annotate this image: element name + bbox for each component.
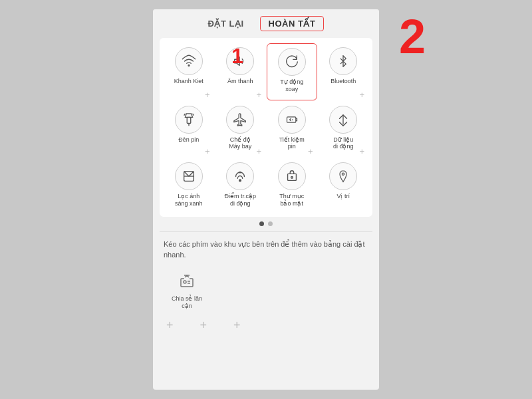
qs-item-tu-dong-xoay[interactable]: Tự độngxoay (267, 43, 317, 100)
qs-icon-bluetooth (329, 47, 357, 75)
reset-button[interactable]: ĐẶT LẠI (208, 19, 244, 29)
header: ĐẶT LẠI HOÀN TẤT (153, 9, 379, 38)
svg-line-4 (184, 113, 185, 115)
svg-rect-14 (287, 174, 296, 181)
qs-label-loc-anh-sang-xanh: Lọc ánhsáng xanh (175, 193, 203, 207)
qs-icon-am-thanh (226, 47, 254, 75)
qs-item-den-pin[interactable]: Đèn pin + (164, 102, 214, 158)
dot-inactive (268, 221, 273, 226)
svg-point-15 (291, 177, 293, 179)
done-button[interactable]: HOÀN TẤT (260, 16, 325, 31)
qs-icon-khanh-kiet (175, 47, 203, 75)
secondary-item-chia-se[interactable]: Chia sẻ lâncận (164, 269, 210, 311)
qs-item-tiet-kiem-pin[interactable]: Tiết kiệmpin + (267, 102, 317, 158)
qs-item-diem-truy-cap[interactable]: Điểm tr.cậpdi động (215, 158, 266, 211)
svg-point-11 (239, 180, 241, 182)
phone-container: 1 ĐẶT LẠI HOÀN TẤT (153, 9, 379, 390)
qs-label-vi-tri: Vị trí (336, 193, 350, 200)
qs-label-bluetooth: Bluetooth (331, 78, 356, 85)
quick-settings-panel: Khanh Kiet + Âm thanh + (160, 38, 372, 217)
annotation-2: 2 (399, 9, 426, 64)
qs-label-khanh-kiet: Khanh Kiet (174, 78, 203, 85)
plus-row: + + + (153, 313, 379, 338)
qs-label-am-thanh: Âm thanh (227, 78, 253, 85)
qs-label-thu-muc-bao-mat: Thư mụcbảo mật (279, 193, 304, 207)
svg-rect-6 (287, 116, 295, 122)
qs-plus-khanh-kiet: + (205, 90, 210, 100)
qs-item-vi-tri[interactable]: Vị trí (319, 158, 369, 211)
plus-1[interactable]: + (166, 319, 174, 332)
qs-item-du-lieu-di-dong[interactable]: Dữ liệudi động + (319, 102, 369, 158)
pagination-dots (153, 217, 379, 229)
qs-icon-loc-anh-sang-xanh (175, 162, 203, 190)
qs-label-den-pin: Đèn pin (178, 136, 199, 144)
svg-point-16 (342, 173, 344, 175)
qs-plus-che-do-may-bay: + (256, 146, 261, 156)
qs-item-che-do-may-bay[interactable]: Chế độMáy bay + (215, 102, 266, 158)
qs-icon-den-pin (175, 106, 203, 134)
qs-icon-du-lieu-di-dong (329, 106, 357, 134)
qs-label-tu-dong-xoay: Tự độngxoay (280, 78, 303, 93)
qs-item-am-thanh[interactable]: Âm thanh + (215, 43, 266, 100)
qs-icon-diem-truy-cap (226, 162, 254, 190)
svg-point-0 (188, 65, 190, 66)
qs-plus-tiet-kiem-pin: + (308, 146, 313, 156)
qs-item-bluetooth[interactable]: Bluetooth + (319, 43, 369, 100)
qs-label-che-do-may-bay: Chế độMáy bay (229, 136, 251, 151)
qs-item-loc-anh-sang-xanh[interactable]: Lọc ánhsáng xanh (164, 158, 214, 211)
svg-line-5 (192, 113, 194, 115)
dot-active (259, 221, 264, 226)
qs-label-du-lieu-di-dong: Dữ liệudi động (333, 136, 354, 151)
plus-3[interactable]: + (233, 319, 241, 332)
qs-icon-vi-tri (329, 162, 357, 190)
qs-plus-am-thanh: + (256, 90, 261, 100)
qs-label-diem-truy-cap: Điểm tr.cậpdi động (224, 193, 256, 207)
qs-icon-thu-muc-bao-mat (278, 162, 306, 190)
qs-plus-den-pin: + (205, 146, 210, 156)
qs-item-thu-muc-bao-mat[interactable]: Thư mụcbảo mật (267, 158, 317, 211)
qs-plus-du-lieu-di-dong: + (359, 146, 364, 156)
svg-rect-2 (187, 117, 191, 123)
instruction-text: Kéo các phím vào khu vực bên trên để thê… (153, 235, 379, 266)
qs-icon-che-do-may-bay (226, 106, 254, 134)
svg-marker-1 (235, 57, 239, 66)
qs-item-khanh-kiet[interactable]: Khanh Kiet + (164, 43, 214, 100)
qs-icon-tiet-kiem-pin (278, 106, 306, 134)
qs-label-tiet-kiem-pin: Tiết kiệmpin (279, 136, 305, 151)
qs-grid: Khanh Kiet + Âm thanh + (164, 43, 368, 211)
secondary-icon-chia-se (174, 269, 200, 294)
secondary-label-chia-se: Chia sẻ lâncận (172, 295, 202, 311)
qs-plus-bluetooth: + (359, 90, 364, 100)
qs-icon-tu-dong-xoay (278, 48, 306, 76)
plus-2[interactable]: + (200, 319, 207, 332)
secondary-grid: Chia sẻ lâncận (153, 266, 379, 313)
divider (160, 231, 372, 232)
